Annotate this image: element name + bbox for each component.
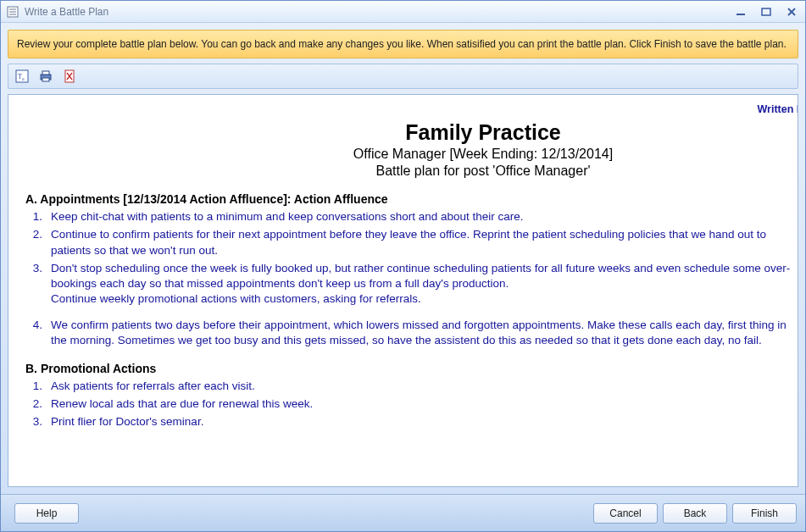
section-heading: A. Appointments [12/13/2014 Action Afflu… [25,192,798,206]
svg-text:a: a [22,76,25,81]
svg-rect-5 [762,8,770,15]
help-button[interactable]: Help [14,503,79,524]
item-text: Continue to confirm patients for their n… [51,227,798,258]
item-number: 4. [25,318,51,348]
item-text: Keep chit-chat with patients to a minimu… [51,209,798,224]
info-banner-text: Review your complete battle plan below. … [17,38,787,50]
pdf-button[interactable] [59,67,80,86]
titlebar: Write a Battle Plan [1,1,805,23]
minimize-button[interactable] [732,6,749,18]
document-frame: Written by Rose Throrne on 2/4/2015 Fami… [8,94,798,487]
item-text: Renew local ads that are due for renewal… [51,396,798,412]
item-number: 1. [25,379,51,394]
maximize-button[interactable] [758,6,775,18]
printer-icon [39,69,53,83]
item-number: 2. [25,227,51,258]
document-content: Written by Rose Throrne on 2/4/2015 Fami… [25,103,798,429]
finish-button[interactable]: Finish [732,503,797,524]
svg-rect-12 [42,71,49,75]
list-item: 1. Keep chit-chat with patients to a min… [25,209,798,224]
print-button[interactable] [36,67,56,86]
document-scroll-area[interactable]: Written by Rose Throrne on 2/4/2015 Fami… [8,95,798,486]
list-item: 3. Don't stop scheduling once the week i… [25,261,798,308]
item-number: 2. [25,396,51,412]
written-by-line: Written by Rose Throrne on 2/4/2015 [25,103,798,115]
item-text: Ask patients for referrals after each vi… [51,379,798,394]
back-button[interactable]: Back [663,503,727,524]
item-number: 1. [25,209,51,224]
svg-rect-13 [42,78,49,81]
list-item: 1. Ask patients for referrals after each… [25,379,798,394]
item-number: 3. [25,261,51,308]
pdf-icon [63,69,76,83]
text-settings-icon: T a [15,69,29,83]
document-subtitle-1: Office Manager [Week Ending: 12/13/2014] [25,147,798,162]
item-number: 3. [25,414,51,429]
window-frame: Write a Battle Plan Review your complete… [0,0,806,532]
app-icon [6,5,19,19]
footer-bar: Help Cancel Back Finish [1,494,805,531]
section-heading: B. Promotional Actions [25,362,798,375]
item-text: We confirm patients two days before thei… [51,318,798,348]
item-text: Don't stop scheduling once the week is f… [51,261,798,308]
list-item: 4. We confirm patients two days before t… [25,318,798,348]
list-item: 2. Renew local ads that are due for rene… [25,396,798,412]
item-text: Print flier for Doctor's seminar. [51,414,798,429]
content-area: Review your complete battle plan below. … [1,23,805,494]
window-controls [732,6,800,18]
window-title: Write a Battle Plan [25,6,732,18]
toolbar: T a [8,64,798,89]
document-title: Family Practice [25,120,798,145]
text-settings-button[interactable]: T a [12,67,32,86]
cancel-button[interactable]: Cancel [593,503,658,524]
info-banner: Review your complete battle plan below. … [8,30,798,58]
list-item: 2. Continue to confirm patients for thei… [25,227,798,258]
list-item: 3. Print flier for Doctor's seminar. [25,414,798,429]
close-button[interactable] [783,6,800,18]
document-subtitle-2: Battle plan for post 'Office Manager' [25,163,798,179]
